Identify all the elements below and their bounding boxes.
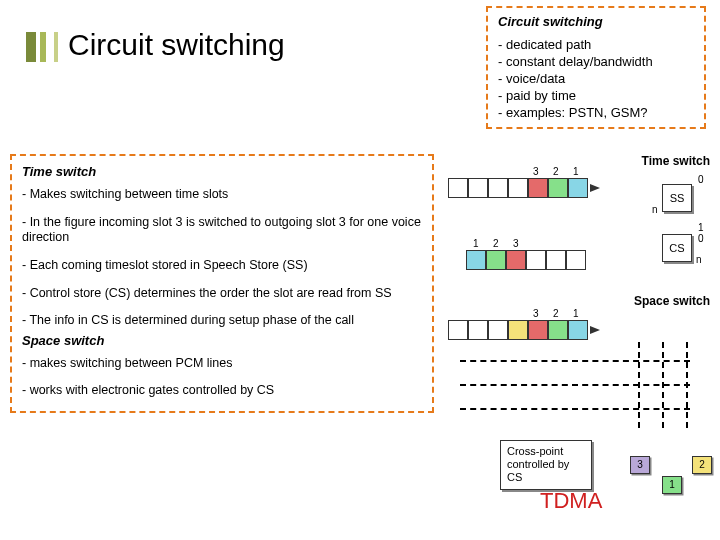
- slot-cell: [566, 250, 586, 270]
- section-title-time: Time switch: [22, 164, 422, 179]
- slotbar-top-output: [466, 250, 586, 270]
- crosspoint-label: Cross-point controlled by CS: [500, 440, 592, 490]
- slot-cell: [568, 178, 588, 198]
- slot-cell: [528, 320, 548, 340]
- slot-cell: [488, 320, 508, 340]
- chip-label: 2: [692, 456, 712, 474]
- slot-cell: [526, 250, 546, 270]
- dashed-line: [662, 342, 664, 428]
- arrow-icon: [590, 326, 600, 334]
- arrow-icon: [590, 184, 600, 192]
- list-item: - works with electronic gates controlled…: [22, 383, 422, 399]
- slot-cell: [568, 320, 588, 340]
- diagram-area: Time switch 3 2 1 1 2 3 SS 0 n CS 10 n S…: [440, 160, 716, 500]
- digit-label: 3: [533, 308, 539, 319]
- callout-list: - dedicated path - constant delay/bandwi…: [498, 37, 694, 121]
- label-n: n: [652, 204, 658, 215]
- callout-item: - examples: PSTN, GSM?: [498, 105, 694, 122]
- digit-label: 2: [493, 238, 499, 249]
- dashed-line: [686, 342, 688, 428]
- dashed-line: [460, 384, 690, 386]
- digit-label: 2: [553, 166, 559, 177]
- label-n: n: [696, 254, 702, 265]
- digit-label: 3: [513, 238, 519, 249]
- slot-cell: [506, 250, 526, 270]
- label-time-switch: Time switch: [642, 154, 710, 168]
- section-title-space: Space switch: [22, 333, 422, 348]
- speech-store: SS: [662, 184, 692, 212]
- slot-cell: [448, 178, 468, 198]
- slot-cell: [468, 320, 488, 340]
- slot-cell: [448, 320, 468, 340]
- digit-label: 1: [573, 166, 579, 177]
- list-item: - Each coming timeslot stored in Speech …: [22, 258, 422, 274]
- space-switch-list: - makes switching between PCM lines - wo…: [22, 356, 422, 399]
- label-zero: 0: [698, 174, 704, 185]
- slot-cell: [486, 250, 506, 270]
- callout-circuit-switching: Circuit switching - dedicated path - con…: [486, 6, 706, 129]
- list-item: - Makes switching between time slots: [22, 187, 422, 203]
- callout-item: - dedicated path: [498, 37, 694, 54]
- label-one-zero: 10: [698, 222, 704, 244]
- slot-cell: [528, 178, 548, 198]
- callout-item: - constant delay/bandwidth: [498, 54, 694, 71]
- slotbar-bottom-input: [448, 320, 588, 340]
- callout-title: Circuit switching: [498, 14, 694, 29]
- dashed-line: [460, 408, 690, 410]
- chip-label: 1: [662, 476, 682, 494]
- dashed-line: [460, 360, 690, 362]
- dashed-line: [638, 342, 640, 428]
- slotbar-top-input: [448, 178, 588, 198]
- slot-cell: [546, 250, 566, 270]
- time-switch-list: - Makes switching between time slots - I…: [22, 187, 422, 329]
- list-item: - Control store (CS) determines the orde…: [22, 286, 422, 302]
- digit-label: 3: [533, 166, 539, 177]
- callout-time-space-switch: Time switch - Makes switching between ti…: [10, 154, 434, 413]
- digit-label: 1: [473, 238, 479, 249]
- slot-cell: [508, 320, 528, 340]
- digit-label: 1: [573, 308, 579, 319]
- slot-cell: [468, 178, 488, 198]
- slot-cell: [548, 178, 568, 198]
- control-store: CS: [662, 234, 692, 262]
- slide-title: Circuit switching: [68, 28, 285, 62]
- slot-cell: [508, 178, 528, 198]
- label-space-switch: Space switch: [634, 294, 710, 308]
- callout-item: - paid by time: [498, 88, 694, 105]
- list-item: - In the figure incoming slot 3 is switc…: [22, 215, 422, 246]
- callout-item: - voice/data: [498, 71, 694, 88]
- title-accent-bar: [26, 32, 56, 62]
- list-item: - The info in CS is determined during se…: [22, 313, 422, 329]
- list-item: - makes switching between PCM lines: [22, 356, 422, 372]
- slot-cell: [488, 178, 508, 198]
- digit-label: 2: [553, 308, 559, 319]
- tdma-label: TDMA: [540, 488, 602, 514]
- chip-label: 3: [630, 456, 650, 474]
- slot-cell: [548, 320, 568, 340]
- slot-cell: [466, 250, 486, 270]
